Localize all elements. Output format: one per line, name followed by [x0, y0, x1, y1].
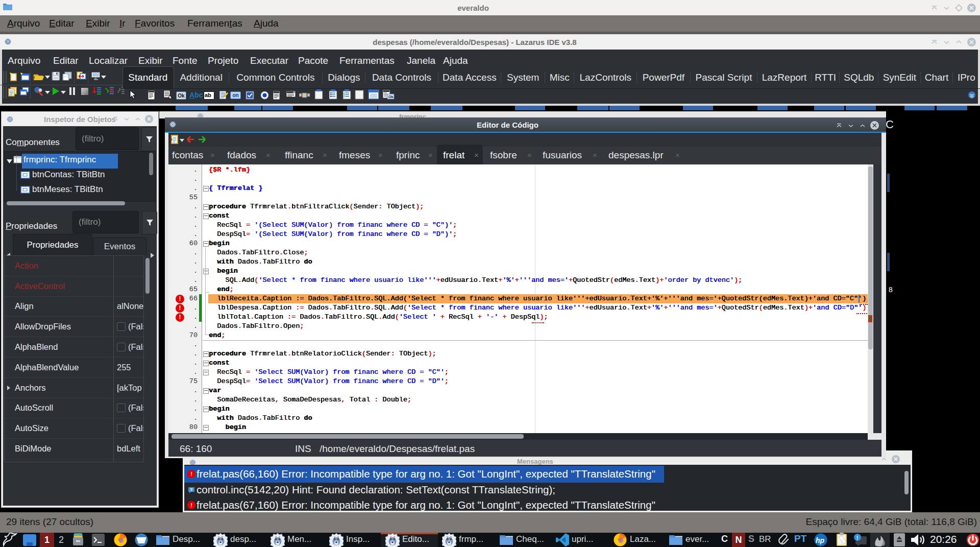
- svg-text:?: ?: [190, 487, 193, 492]
- svg-text:hp: hp: [816, 536, 825, 544]
- svg-text:Ok: Ok: [388, 95, 393, 99]
- svg-text:!: !: [856, 535, 859, 541]
